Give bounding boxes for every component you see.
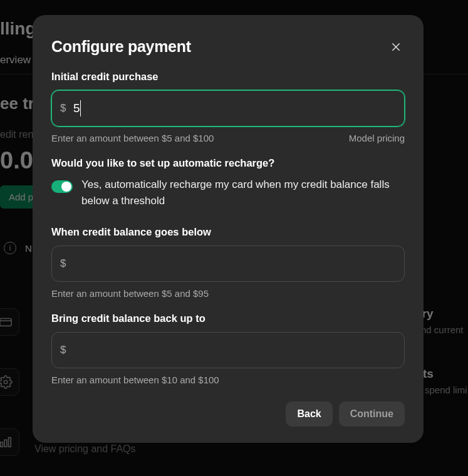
threshold-input[interactable]	[51, 246, 405, 282]
threshold-label: When credit balance goes below	[51, 226, 405, 238]
model-pricing-link[interactable]: Model pricing	[349, 133, 405, 143]
modal-actions: Back Continue	[51, 401, 405, 427]
configure-payment-modal: Configure payment Initial credit purchas…	[33, 15, 424, 443]
threshold-hint: Enter an amount between $5 and $95	[51, 288, 405, 299]
initial-credit-hint-row: Enter an amount between $5 and $100 Mode…	[51, 133, 405, 143]
text-caret	[80, 100, 81, 116]
close-icon	[390, 41, 402, 53]
recharge-question: Would you like to set up automatic recha…	[51, 157, 405, 169]
threshold-input-wrap: $	[51, 246, 405, 282]
initial-credit-input[interactable]	[51, 90, 405, 127]
modal-header: Configure payment	[51, 38, 405, 56]
initial-credit-hint: Enter an amount between $5 and $100	[51, 133, 214, 143]
back-button[interactable]: Back	[286, 401, 332, 427]
recharge-toggle-text: Yes, automatically recharge my card when…	[81, 177, 405, 210]
continue-button[interactable]: Continue	[339, 401, 405, 427]
topup-input[interactable]	[51, 332, 405, 368]
topup-input-wrap: $	[51, 332, 405, 368]
close-button[interactable]	[387, 38, 405, 56]
topup-hint: Enter an amount between $10 and $100	[51, 375, 405, 385]
toggle-knob	[61, 182, 71, 192]
modal-title: Configure payment	[51, 38, 191, 56]
recharge-toggle-row: Yes, automatically recharge my card when…	[51, 177, 405, 210]
initial-credit-input-wrap: $	[51, 90, 405, 127]
recharge-toggle[interactable]	[51, 180, 73, 193]
initial-credit-label: Initial credit purchase	[51, 71, 405, 83]
topup-label: Bring credit balance back up to	[51, 313, 405, 324]
